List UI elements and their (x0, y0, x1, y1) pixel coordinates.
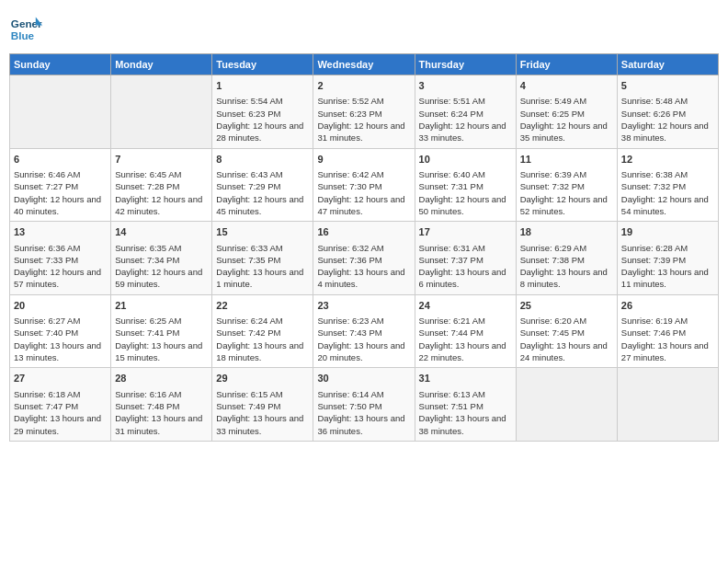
calendar-cell: 8Sunrise: 6:43 AMSunset: 7:29 PMDaylight… (212, 148, 313, 222)
day-info: Sunrise: 5:51 AMSunset: 6:24 PMDaylight:… (419, 95, 512, 144)
calendar-cell (617, 368, 718, 442)
calendar-cell: 23Sunrise: 6:23 AMSunset: 7:43 PMDayligh… (313, 294, 415, 368)
day-info: Sunrise: 6:21 AMSunset: 7:44 PMDaylight:… (419, 315, 512, 363)
calendar-cell: 30Sunrise: 6:14 AMSunset: 7:50 PMDayligh… (313, 368, 415, 442)
day-number: 29 (216, 372, 309, 385)
weekday-header-saturday: Saturday (617, 54, 718, 75)
day-number: 8 (216, 153, 309, 167)
day-number: 23 (317, 299, 410, 313)
day-number: 11 (520, 153, 613, 167)
calendar-cell: 31Sunrise: 6:13 AMSunset: 7:51 PMDayligh… (415, 368, 516, 442)
day-info: Sunrise: 6:36 AMSunset: 7:33 PMDaylight:… (14, 242, 107, 291)
day-number: 9 (317, 153, 410, 167)
calendar-cell: 26Sunrise: 6:19 AMSunset: 7:46 PMDayligh… (617, 294, 718, 368)
day-number: 22 (216, 299, 309, 313)
day-number: 15 (216, 225, 309, 239)
day-info: Sunrise: 6:35 AMSunset: 7:34 PMDaylight:… (115, 242, 208, 291)
day-number: 2 (317, 79, 410, 93)
calendar-cell: 10Sunrise: 6:40 AMSunset: 7:31 PMDayligh… (415, 148, 516, 222)
calendar-cell (111, 75, 212, 149)
day-number: 13 (14, 225, 107, 239)
day-info: Sunrise: 6:40 AMSunset: 7:31 PMDaylight:… (419, 168, 512, 217)
calendar-cell: 7Sunrise: 6:45 AMSunset: 7:28 PMDaylight… (111, 148, 212, 222)
day-info: Sunrise: 6:25 AMSunset: 7:41 PMDaylight:… (115, 315, 208, 363)
day-number: 20 (14, 299, 107, 313)
day-info: Sunrise: 6:42 AMSunset: 7:30 PMDaylight:… (317, 168, 410, 217)
calendar-cell: 21Sunrise: 6:25 AMSunset: 7:41 PMDayligh… (111, 294, 212, 368)
weekday-header-monday: Monday (111, 54, 212, 75)
day-number: 19 (621, 225, 714, 239)
day-info: Sunrise: 5:48 AMSunset: 6:26 PMDaylight:… (621, 95, 714, 144)
day-info: Sunrise: 6:39 AMSunset: 7:32 PMDaylight:… (520, 168, 613, 217)
calendar-cell: 5Sunrise: 5:48 AMSunset: 6:26 PMDaylight… (617, 75, 718, 149)
weekday-header-sunday: Sunday (10, 54, 111, 75)
calendar-cell: 1Sunrise: 5:54 AMSunset: 6:23 PMDaylight… (212, 75, 313, 149)
calendar-cell: 17Sunrise: 6:31 AMSunset: 7:37 PMDayligh… (415, 222, 516, 295)
day-info: Sunrise: 6:45 AMSunset: 7:28 PMDaylight:… (115, 168, 208, 217)
calendar-cell: 13Sunrise: 6:36 AMSunset: 7:33 PMDayligh… (10, 222, 111, 295)
day-number: 1 (216, 79, 309, 93)
day-info: Sunrise: 6:27 AMSunset: 7:40 PMDaylight:… (14, 315, 107, 363)
day-info: Sunrise: 5:54 AMSunset: 6:23 PMDaylight:… (216, 95, 309, 144)
day-info: Sunrise: 6:13 AMSunset: 7:51 PMDaylight:… (419, 388, 512, 437)
day-number: 17 (419, 225, 512, 239)
page-header: General Blue (9, 9, 719, 46)
day-number: 12 (621, 153, 714, 167)
day-info: Sunrise: 6:43 AMSunset: 7:29 PMDaylight:… (216, 168, 309, 217)
weekday-header-friday: Friday (516, 54, 617, 75)
day-info: Sunrise: 6:24 AMSunset: 7:42 PMDaylight:… (216, 315, 309, 363)
day-number: 18 (520, 225, 613, 239)
calendar-cell (10, 75, 111, 149)
calendar-cell: 6Sunrise: 6:46 AMSunset: 7:27 PMDaylight… (10, 148, 111, 222)
day-number: 10 (419, 153, 512, 167)
day-info: Sunrise: 6:20 AMSunset: 7:45 PMDaylight:… (520, 315, 613, 363)
calendar-cell: 9Sunrise: 6:42 AMSunset: 7:30 PMDaylight… (313, 148, 415, 222)
day-info: Sunrise: 6:33 AMSunset: 7:35 PMDaylight:… (216, 242, 309, 291)
calendar-cell: 19Sunrise: 6:28 AMSunset: 7:39 PMDayligh… (617, 222, 718, 295)
day-info: Sunrise: 6:23 AMSunset: 7:43 PMDaylight:… (317, 315, 410, 363)
calendar-cell: 22Sunrise: 6:24 AMSunset: 7:42 PMDayligh… (212, 294, 313, 368)
day-number: 25 (520, 299, 613, 313)
day-number: 27 (14, 372, 107, 385)
calendar-cell: 27Sunrise: 6:18 AMSunset: 7:47 PMDayligh… (10, 368, 111, 442)
day-number: 7 (115, 153, 208, 167)
logo: General Blue (9, 9, 46, 46)
calendar-cell: 25Sunrise: 6:20 AMSunset: 7:45 PMDayligh… (516, 294, 617, 368)
day-info: Sunrise: 6:29 AMSunset: 7:38 PMDaylight:… (520, 242, 613, 291)
day-info: Sunrise: 6:14 AMSunset: 7:50 PMDaylight:… (317, 388, 410, 437)
calendar-cell: 15Sunrise: 6:33 AMSunset: 7:35 PMDayligh… (212, 222, 313, 295)
day-number: 6 (14, 153, 107, 167)
day-info: Sunrise: 6:18 AMSunset: 7:47 PMDaylight:… (14, 388, 107, 437)
day-number: 26 (621, 299, 714, 313)
day-number: 3 (419, 79, 512, 93)
day-info: Sunrise: 6:32 AMSunset: 7:36 PMDaylight:… (317, 242, 410, 291)
day-info: Sunrise: 5:52 AMSunset: 6:23 PMDaylight:… (317, 95, 410, 144)
calendar-cell: 4Sunrise: 5:49 AMSunset: 6:25 PMDaylight… (516, 75, 617, 149)
day-number: 21 (115, 299, 208, 313)
day-number: 5 (621, 79, 714, 93)
calendar-cell: 2Sunrise: 5:52 AMSunset: 6:23 PMDaylight… (313, 75, 415, 149)
day-number: 24 (419, 299, 512, 313)
calendar-cell: 28Sunrise: 6:16 AMSunset: 7:48 PMDayligh… (111, 368, 212, 442)
day-info: Sunrise: 5:49 AMSunset: 6:25 PMDaylight:… (520, 95, 613, 144)
day-info: Sunrise: 6:15 AMSunset: 7:49 PMDaylight:… (216, 388, 309, 437)
calendar-cell: 12Sunrise: 6:38 AMSunset: 7:32 PMDayligh… (617, 148, 718, 222)
calendar-cell (516, 368, 617, 442)
calendar-cell: 24Sunrise: 6:21 AMSunset: 7:44 PMDayligh… (415, 294, 516, 368)
day-info: Sunrise: 6:31 AMSunset: 7:37 PMDaylight:… (419, 242, 512, 291)
day-number: 14 (115, 225, 208, 239)
calendar-cell: 11Sunrise: 6:39 AMSunset: 7:32 PMDayligh… (516, 148, 617, 222)
day-number: 16 (317, 225, 410, 239)
day-number: 4 (520, 79, 613, 93)
weekday-header-tuesday: Tuesday (212, 54, 313, 75)
weekday-header-wednesday: Wednesday (313, 54, 415, 75)
day-number: 30 (317, 372, 410, 385)
calendar-cell: 18Sunrise: 6:29 AMSunset: 7:38 PMDayligh… (516, 222, 617, 295)
calendar-cell: 29Sunrise: 6:15 AMSunset: 7:49 PMDayligh… (212, 368, 313, 442)
calendar-cell: 3Sunrise: 5:51 AMSunset: 6:24 PMDaylight… (415, 75, 516, 149)
day-info: Sunrise: 6:19 AMSunset: 7:46 PMDaylight:… (621, 315, 714, 363)
calendar-cell: 16Sunrise: 6:32 AMSunset: 7:36 PMDayligh… (313, 222, 415, 295)
svg-text:Blue: Blue (11, 29, 35, 41)
day-info: Sunrise: 6:38 AMSunset: 7:32 PMDaylight:… (621, 168, 714, 217)
calendar-cell: 14Sunrise: 6:35 AMSunset: 7:34 PMDayligh… (111, 222, 212, 295)
